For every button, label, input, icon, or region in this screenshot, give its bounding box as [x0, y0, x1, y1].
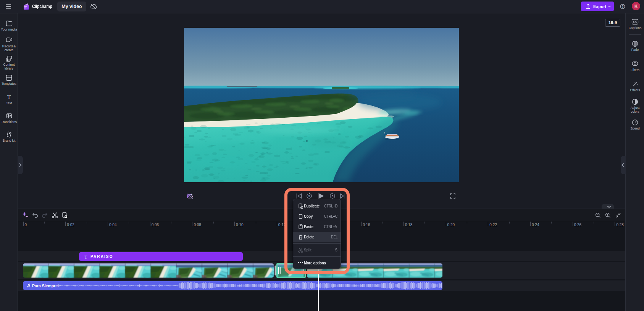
svg-text:?: ? — [621, 5, 623, 8]
svg-text:T: T — [84, 254, 87, 259]
svg-text:T: T — [7, 94, 11, 100]
